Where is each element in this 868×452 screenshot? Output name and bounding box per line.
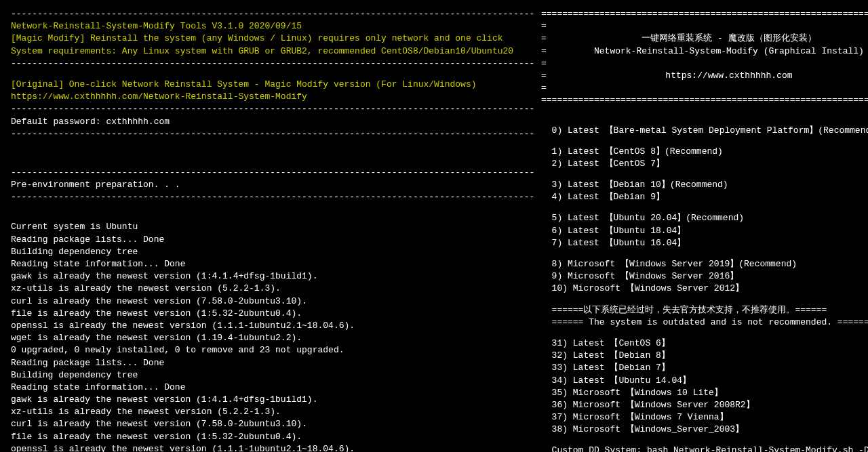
- log-line: openssl is already the newest version (1…: [11, 443, 536, 452]
- log-line: gawk is already the newest version (1:4.…: [11, 270, 536, 283]
- right-menu-pane: ========================================…: [538, 3, 868, 449]
- menu-item[interactable]: 33) Latest 【Debian 7】: [541, 362, 868, 374]
- default-password: Default password: cxthhhhh.com: [11, 116, 536, 128]
- log-line: wget is already the newest version (1.19…: [11, 332, 536, 344]
- separator: ----------------------------------------…: [11, 58, 536, 70]
- menu-item[interactable]: 10) Microsoft 【Windows Server 2012】: [541, 283, 868, 295]
- menu-item[interactable]: 35) Microsoft 【Windows 10 Lite】: [541, 387, 868, 399]
- separator-eq: ========================================…: [541, 8, 868, 20]
- menu-item[interactable]: Custom DD System: bash Network-Reinstall…: [541, 445, 868, 452]
- menu-item[interactable]: ======以下系统已经过时，失去官方技术支持，不推荐使用。======: [541, 304, 868, 316]
- boxed-blank: = =: [541, 58, 868, 70]
- menu-item[interactable]: 5) Latest 【Ubuntu 20.04】(Recommend): [541, 212, 868, 224]
- tool-desc-2: System requirements: Any Linux system wi…: [11, 45, 536, 58]
- log-line: Reading package lists... Done: [11, 234, 536, 246]
- separator: ----------------------------------------…: [11, 167, 536, 179]
- log-line: openssl is already the newest version (1…: [11, 320, 536, 332]
- menu-item[interactable]: 37) Microsoft 【Windows 7 Vienna】: [541, 411, 868, 424]
- left-terminal-pane: ----------------------------------------…: [3, 3, 538, 449]
- banner-title-en: =Network-Reinstall-System-Modify (Graphi…: [541, 45, 868, 58]
- tool-original: [Original] One-click Network Reinstall S…: [11, 79, 536, 91]
- menu-item[interactable]: 0) Latest 【Bare-metal System Deployment …: [541, 125, 868, 137]
- menu-item[interactable]: 2) Latest 【CentOS 7】: [541, 158, 868, 170]
- log-line: gawk is already the newest version (1:4.…: [11, 394, 536, 406]
- separator: ----------------------------------------…: [11, 103, 536, 115]
- log-line: Reading package lists... Done: [11, 357, 536, 369]
- menu-item[interactable]: 9) Microsoft 【Windows Server 2016】: [541, 270, 868, 283]
- system-menu: 0) Latest 【Bare-metal System Deployment …: [541, 125, 868, 453]
- separator: ----------------------------------------…: [11, 128, 536, 140]
- menu-item[interactable]: 7) Latest 【Ubuntu 16.04】: [541, 237, 868, 249]
- separator-eq: ========================================…: [541, 94, 868, 106]
- menu-item[interactable]: 36) Microsoft 【Windows Server 2008R2】: [541, 399, 868, 411]
- boxed-blank: = =: [541, 20, 868, 33]
- log-line: Reading state information... Done: [11, 382, 536, 394]
- log-line: Building dependency tree: [11, 246, 536, 258]
- menu-item[interactable]: 1) Latest 【CentOS 8】(Recommend): [541, 146, 868, 158]
- log-line: curl is already the newest version (7.58…: [11, 295, 536, 308]
- log-line: xz-utils is already the newest version (…: [11, 283, 536, 295]
- log-line: file is already the newest version (1:5.…: [11, 431, 536, 443]
- boxed-blank: = =: [541, 82, 868, 94]
- log-line: Building dependency tree: [11, 369, 536, 382]
- log-line: 0 upgraded, 0 newly installed, 0 to remo…: [11, 344, 536, 356]
- menu-item[interactable]: 8) Microsoft 【Windows Server 2019】(Recom…: [541, 258, 868, 270]
- log-line: Current system is Ubuntu: [11, 221, 536, 233]
- banner-url: =https://www.cxthhhhh.com=: [541, 70, 868, 82]
- menu-item[interactable]: 6) Latest 【Ubuntu 18.04】: [541, 225, 868, 237]
- menu-item[interactable]: 32) Latest 【Debian 8】: [541, 350, 868, 362]
- log-line: file is already the newest version (1:5.…: [11, 308, 536, 320]
- tool-title: Network-Reinstall-System-Modify Tools V3…: [11, 20, 536, 33]
- tool-url: https://www.cxthhhhh.com/Network-Reinsta…: [11, 91, 536, 103]
- separator: ----------------------------------------…: [11, 191, 536, 203]
- pre-env-prep: Pre-environment preparation. . .: [11, 179, 536, 191]
- log-line: xz-utils is already the newest version (…: [11, 406, 536, 418]
- tool-desc-1: [Magic Modify] Reinstall the system (any…: [11, 33, 536, 45]
- log-line: curl is already the newest version (7.58…: [11, 418, 536, 430]
- banner-title-cn: =一键网络重装系统 - 魔改版（图形化安装）=: [541, 33, 868, 45]
- menu-item[interactable]: 4) Latest 【Debian 9】: [541, 191, 868, 203]
- menu-item[interactable]: 3) Latest 【Debian 10】(Recommend): [541, 179, 868, 191]
- install-log: Current system is UbuntuReading package …: [11, 221, 536, 452]
- menu-item[interactable]: 31) Latest 【CentOS 6】: [541, 337, 868, 350]
- menu-item[interactable]: 34) Latest 【Ubuntu 14.04】: [541, 375, 868, 387]
- separator: ----------------------------------------…: [11, 8, 536, 20]
- menu-item[interactable]: ====== The system is outdated and is not…: [541, 316, 868, 329]
- menu-item[interactable]: 38) Microsoft 【Windows_Server_2003】: [541, 424, 868, 436]
- log-line: Reading state information... Done: [11, 258, 536, 270]
